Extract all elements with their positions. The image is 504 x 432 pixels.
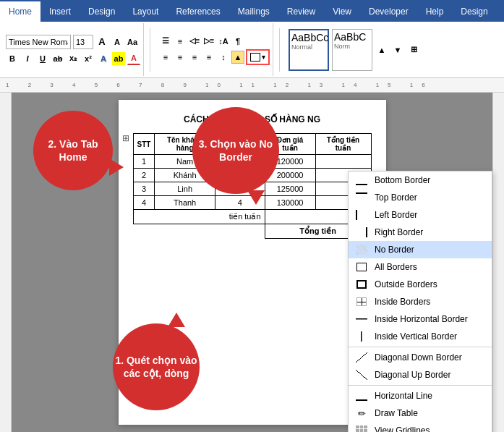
- font-case-btn[interactable]: Aa: [126, 35, 139, 48]
- diag-up-icon: [354, 369, 369, 381]
- font-size-input[interactable]: [73, 35, 93, 49]
- menu-item-inside-borders[interactable]: Inside Borders: [349, 293, 492, 310]
- menu-label-bottom-border: Bottom Border: [375, 175, 430, 185]
- menu-item-bottom-border[interactable]: Bottom Border: [349, 171, 492, 189]
- horiz-line-icon: [354, 390, 369, 402]
- border-dropdown-wrapper: ▾: [246, 49, 270, 65]
- indent-btn[interactable]: ▷≡: [202, 35, 215, 48]
- table-add-icon[interactable]: ⊞: [122, 133, 129, 143]
- doc-area: CÁCH PHÂN TÁCH SỐ HÀNG NG ⊞ STT Tên khác…: [0, 93, 504, 432]
- menu-label-left-border: Left Border: [375, 210, 417, 220]
- menu-item-diag-up[interactable]: Diagonal Up Border: [349, 366, 492, 384]
- tab-review[interactable]: Review: [278, 1, 324, 22]
- italic-btn[interactable]: I: [21, 52, 34, 65]
- tab-references[interactable]: References: [167, 1, 228, 22]
- tab-developer[interactable]: Developer: [360, 1, 417, 22]
- callout-3-text: 3. Chọn vào No Border: [192, 137, 279, 164]
- tab-design[interactable]: Design: [80, 1, 124, 22]
- menu-label-inside-borders: Inside Borders: [375, 297, 430, 307]
- all-borders-icon: [354, 261, 369, 273]
- menu-item-left-border[interactable]: Left Border: [349, 206, 492, 224]
- style-card-aabbccl[interactable]: AaBbCcl Normal: [289, 29, 329, 71]
- menu-item-inside-vert[interactable]: Inside Vertical Border: [349, 328, 492, 345]
- border-btn[interactable]: ▾: [247, 51, 268, 64]
- bold-btn[interactable]: B: [6, 52, 19, 65]
- cell-stt-3: 3: [133, 182, 155, 196]
- menu-item-diag-down[interactable]: Diagonal Down Border: [349, 349, 492, 366]
- callout-1-text: 1. Quét chọn vào các cột, dòng: [113, 354, 200, 380]
- font-name-row: A A Aa: [6, 35, 140, 49]
- divider-2: [349, 385, 492, 386]
- sort-btn[interactable]: ↕A: [217, 35, 230, 48]
- font-color-btn[interactable]: A: [127, 52, 140, 65]
- tab-insert[interactable]: Insert: [40, 1, 80, 22]
- superscript-btn[interactable]: x²: [82, 52, 95, 65]
- menu-item-horiz-line[interactable]: Horizontal Line: [349, 387, 492, 405]
- menu-item-inside-horiz[interactable]: Inside Horizontal Border: [349, 310, 492, 328]
- underline-btn[interactable]: U: [36, 52, 49, 65]
- menu-item-draw-table[interactable]: ✏ Draw Table: [349, 405, 492, 422]
- bullet-list-btn[interactable]: ☰: [159, 35, 172, 48]
- scrollbar-left[interactable]: [0, 93, 12, 432]
- divider-1: [349, 347, 492, 347]
- style-name-1: Normal: [291, 43, 326, 51]
- cell-total-1: [315, 155, 371, 169]
- callout-1: 1. Quét chọn vào các cột, dòng: [113, 323, 200, 410]
- menu-item-view-gridlines[interactable]: View Gridlines: [349, 422, 492, 432]
- menu-label-horiz-line: Horizontal Line: [375, 391, 432, 401]
- show-marks-btn[interactable]: ¶: [231, 35, 244, 48]
- tab-layout[interactable]: Layout: [124, 1, 167, 22]
- align-left-btn[interactable]: ≡: [159, 51, 172, 64]
- cell-stt-2: 2: [133, 169, 155, 182]
- highlight-btn[interactable]: ab: [112, 52, 125, 65]
- inside-borders-icon: [354, 296, 369, 308]
- styles-expand[interactable]: ⊞: [407, 43, 420, 56]
- paragraph-group: ☰ ≡ ◁≡ ▷≡ ↕A ¶ ≡ ≡ ≡ ≡ ↕ ▲ ▾: [156, 23, 273, 76]
- separator-2: [279, 28, 280, 72]
- font-shrink-btn[interactable]: A: [111, 35, 124, 48]
- menu-item-all-borders[interactable]: All Borders: [349, 258, 492, 276]
- shading-btn[interactable]: ▲: [231, 51, 244, 64]
- menu-label-no-border: No Border: [375, 245, 414, 255]
- menu-item-no-border[interactable]: No Border: [349, 241, 492, 258]
- tab-view[interactable]: View: [324, 1, 360, 22]
- tab-design2[interactable]: Design: [452, 1, 496, 22]
- styles-scroll-up[interactable]: ▲: [375, 43, 388, 56]
- font-name-input[interactable]: [6, 35, 71, 49]
- no-border-icon: [354, 244, 369, 255]
- outdent-btn[interactable]: ◁≡: [188, 35, 201, 48]
- tab-mailings[interactable]: Mailings: [229, 1, 278, 22]
- line-spacing-btn[interactable]: ↕: [217, 51, 230, 64]
- table-footer-row2: Tổng tiền: [133, 224, 371, 239]
- tab-home[interactable]: Home: [0, 1, 40, 22]
- styles-scroll-down[interactable]: ▼: [391, 43, 404, 56]
- th-stt: STT: [133, 134, 155, 155]
- callout-2-text: 2. Vào Tab Home: [33, 137, 113, 164]
- menu-item-right-border[interactable]: Right Border: [349, 224, 492, 241]
- ruler: 1 2 3 4 5 6 7 8 9 10 11 12 13 14 15 16: [0, 78, 504, 93]
- tab-help[interactable]: Help: [417, 1, 453, 22]
- scrollbar-right[interactable]: [492, 93, 504, 432]
- font-format-row: B I U ab x₂ x² A ab A: [6, 52, 140, 65]
- diag-down-icon: [354, 352, 369, 363]
- menu-item-top-border[interactable]: Top Border: [349, 189, 492, 206]
- menu-label-view-gridlines: View Gridlines: [375, 425, 430, 432]
- right-border-icon: [354, 226, 369, 238]
- outside-borders-icon: [354, 279, 369, 290]
- paragraph-row1: ☰ ≡ ◁≡ ▷≡ ↕A ¶: [159, 35, 270, 48]
- ribbon-body: A A Aa B I U ab x₂ x² A ab A ☰ ≡ ◁≡ ▷≡ ↕…: [0, 22, 504, 78]
- text-effect-btn[interactable]: A: [97, 52, 110, 65]
- callout-3: 3. Chọn vào No Border: [192, 107, 279, 194]
- cell-price-3: 125000: [265, 182, 315, 196]
- number-list-btn[interactable]: ≡: [174, 35, 187, 48]
- justify-btn[interactable]: ≡: [202, 51, 215, 64]
- ruler-marks: 1 2 3 4 5 6 7 8 9 10 11 12 13 14 15 16: [6, 82, 434, 88]
- menu-item-outside-borders[interactable]: Outside Borders: [349, 276, 492, 293]
- align-center-btn[interactable]: ≡: [174, 51, 187, 64]
- font-grow-btn[interactable]: A: [95, 35, 108, 48]
- strikethrough-btn[interactable]: ab: [51, 52, 64, 65]
- menu-label-outside-borders: Outside Borders: [375, 279, 437, 289]
- style-card-norm[interactable]: AaBbC Norm: [332, 29, 372, 71]
- align-right-btn[interactable]: ≡: [188, 51, 201, 64]
- subscript-btn[interactable]: x₂: [67, 52, 80, 65]
